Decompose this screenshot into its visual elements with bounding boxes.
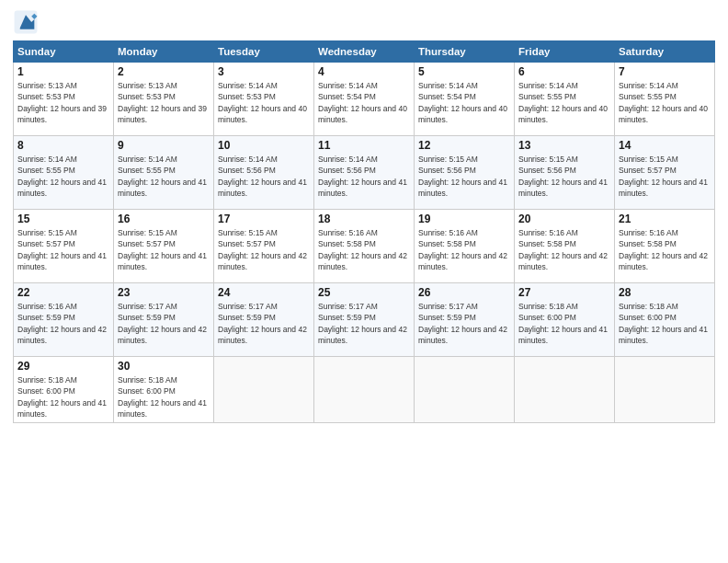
- calendar-cell: 11 Sunrise: 5:14 AM Sunset: 5:56 PM Dayl…: [314, 136, 415, 210]
- calendar-cell: 3 Sunrise: 5:14 AM Sunset: 5:53 PM Dayli…: [214, 63, 314, 136]
- day-number: 22: [17, 286, 109, 299]
- calendar-row-1: 1 Sunrise: 5:13 AM Sunset: 5:53 PM Dayli…: [14, 63, 715, 136]
- header: [13, 9, 715, 35]
- day-number: 25: [318, 286, 410, 299]
- day-number: 21: [619, 213, 711, 225]
- day-number: 10: [218, 139, 310, 152]
- calendar-cell: 1 Sunrise: 5:13 AM Sunset: 5:53 PM Dayli…: [14, 63, 114, 136]
- calendar-cell: 13 Sunrise: 5:15 AM Sunset: 5:56 PM Dayl…: [515, 136, 615, 210]
- day-info: Sunrise: 5:14 AM Sunset: 5:55 PM Dayligh…: [118, 154, 210, 199]
- calendar-cell: 4 Sunrise: 5:14 AM Sunset: 5:54 PM Dayli…: [314, 63, 415, 136]
- day-info: Sunrise: 5:15 AM Sunset: 5:57 PM Dayligh…: [118, 227, 210, 272]
- weekday-header-tuesday: Tuesday: [214, 41, 314, 63]
- day-info: Sunrise: 5:15 AM Sunset: 5:57 PM Dayligh…: [619, 154, 711, 199]
- day-number: 9: [118, 139, 210, 152]
- day-info: Sunrise: 5:16 AM Sunset: 5:58 PM Dayligh…: [619, 227, 711, 272]
- day-number: 2: [118, 65, 210, 78]
- calendar-row-4: 22 Sunrise: 5:16 AM Sunset: 5:59 PM Dayl…: [14, 283, 715, 357]
- day-number: 5: [418, 65, 510, 78]
- day-info: Sunrise: 5:13 AM Sunset: 5:53 PM Dayligh…: [17, 80, 109, 125]
- calendar-cell: 30 Sunrise: 5:18 AM Sunset: 6:00 PM Dayl…: [114, 357, 214, 423]
- page: SundayMondayTuesdayWednesdayThursdayFrid…: [0, 0, 728, 563]
- day-info: Sunrise: 5:17 AM Sunset: 5:59 PM Dayligh…: [218, 301, 310, 346]
- calendar-cell: 7 Sunrise: 5:14 AM Sunset: 5:55 PM Dayli…: [615, 63, 715, 136]
- day-info: Sunrise: 5:14 AM Sunset: 5:56 PM Dayligh…: [318, 154, 410, 199]
- day-number: 11: [318, 139, 410, 152]
- weekday-header-friday: Friday: [515, 41, 615, 63]
- calendar-table: SundayMondayTuesdayWednesdayThursdayFrid…: [13, 40, 715, 423]
- day-number: 19: [418, 213, 510, 225]
- day-info: Sunrise: 5:16 AM Sunset: 5:59 PM Dayligh…: [17, 301, 109, 346]
- calendar-cell: 17 Sunrise: 5:15 AM Sunset: 5:57 PM Dayl…: [214, 210, 314, 283]
- day-number: 12: [418, 139, 510, 152]
- day-number: 7: [619, 65, 711, 78]
- logo-icon: [13, 9, 39, 35]
- day-info: Sunrise: 5:16 AM Sunset: 5:58 PM Dayligh…: [418, 227, 510, 272]
- weekday-header-monday: Monday: [114, 41, 214, 63]
- calendar-cell: 10 Sunrise: 5:14 AM Sunset: 5:56 PM Dayl…: [214, 136, 314, 210]
- calendar-cell: 8 Sunrise: 5:14 AM Sunset: 5:55 PM Dayli…: [14, 136, 114, 210]
- weekday-header-sunday: Sunday: [14, 41, 114, 63]
- calendar-cell: 6 Sunrise: 5:14 AM Sunset: 5:55 PM Dayli…: [515, 63, 615, 136]
- day-info: Sunrise: 5:14 AM Sunset: 5:54 PM Dayligh…: [418, 80, 510, 125]
- calendar-cell: 24 Sunrise: 5:17 AM Sunset: 5:59 PM Dayl…: [214, 283, 314, 357]
- day-info: Sunrise: 5:14 AM Sunset: 5:55 PM Dayligh…: [17, 154, 109, 199]
- day-number: 6: [518, 65, 610, 78]
- day-info: Sunrise: 5:16 AM Sunset: 5:58 PM Dayligh…: [518, 227, 610, 272]
- day-number: 13: [518, 139, 610, 152]
- day-number: 8: [17, 139, 109, 152]
- day-number: 24: [218, 286, 310, 299]
- calendar-cell: 2 Sunrise: 5:13 AM Sunset: 5:53 PM Dayli…: [114, 63, 214, 136]
- day-number: 20: [518, 213, 610, 225]
- day-info: Sunrise: 5:17 AM Sunset: 5:59 PM Dayligh…: [418, 301, 510, 346]
- calendar-cell: 5 Sunrise: 5:14 AM Sunset: 5:54 PM Dayli…: [415, 63, 515, 136]
- weekday-header-row: SundayMondayTuesdayWednesdayThursdayFrid…: [14, 41, 715, 63]
- calendar-cell: 16 Sunrise: 5:15 AM Sunset: 5:57 PM Dayl…: [114, 210, 214, 283]
- day-number: 14: [619, 139, 711, 152]
- day-info: Sunrise: 5:14 AM Sunset: 5:55 PM Dayligh…: [619, 80, 711, 125]
- day-info: Sunrise: 5:16 AM Sunset: 5:58 PM Dayligh…: [318, 227, 410, 272]
- day-number: 28: [619, 286, 711, 299]
- calendar-cell: 19 Sunrise: 5:16 AM Sunset: 5:58 PM Dayl…: [415, 210, 515, 283]
- calendar-cell: 9 Sunrise: 5:14 AM Sunset: 5:55 PM Dayli…: [114, 136, 214, 210]
- day-info: Sunrise: 5:18 AM Sunset: 6:00 PM Dayligh…: [619, 301, 711, 346]
- calendar-cell: 12 Sunrise: 5:15 AM Sunset: 5:56 PM Dayl…: [415, 136, 515, 210]
- day-info: Sunrise: 5:14 AM Sunset: 5:54 PM Dayligh…: [318, 80, 410, 125]
- day-number: 27: [518, 286, 610, 299]
- day-info: Sunrise: 5:15 AM Sunset: 5:57 PM Dayligh…: [17, 227, 109, 272]
- day-number: 4: [318, 65, 410, 78]
- day-number: 30: [118, 360, 210, 373]
- day-info: Sunrise: 5:13 AM Sunset: 5:53 PM Dayligh…: [118, 80, 210, 125]
- day-info: Sunrise: 5:14 AM Sunset: 5:56 PM Dayligh…: [218, 154, 310, 199]
- calendar-row-3: 15 Sunrise: 5:15 AM Sunset: 5:57 PM Dayl…: [14, 210, 715, 283]
- day-info: Sunrise: 5:14 AM Sunset: 5:53 PM Dayligh…: [218, 80, 310, 125]
- calendar-cell: [515, 357, 615, 423]
- calendar-row-5: 29 Sunrise: 5:18 AM Sunset: 6:00 PM Dayl…: [14, 357, 715, 423]
- calendar-cell: [314, 357, 415, 423]
- day-number: 26: [418, 286, 510, 299]
- day-info: Sunrise: 5:15 AM Sunset: 5:57 PM Dayligh…: [218, 227, 310, 272]
- day-info: Sunrise: 5:15 AM Sunset: 5:56 PM Dayligh…: [418, 154, 510, 199]
- day-info: Sunrise: 5:18 AM Sunset: 6:00 PM Dayligh…: [118, 374, 210, 419]
- calendar-cell: 18 Sunrise: 5:16 AM Sunset: 5:58 PM Dayl…: [314, 210, 415, 283]
- calendar-row-2: 8 Sunrise: 5:14 AM Sunset: 5:55 PM Dayli…: [14, 136, 715, 210]
- weekday-header-thursday: Thursday: [415, 41, 515, 63]
- day-number: 15: [17, 213, 109, 225]
- day-info: Sunrise: 5:18 AM Sunset: 6:00 PM Dayligh…: [518, 301, 610, 346]
- calendar-cell: 23 Sunrise: 5:17 AM Sunset: 5:59 PM Dayl…: [114, 283, 214, 357]
- day-number: 3: [218, 65, 310, 78]
- day-info: Sunrise: 5:18 AM Sunset: 6:00 PM Dayligh…: [17, 374, 109, 419]
- day-info: Sunrise: 5:17 AM Sunset: 5:59 PM Dayligh…: [118, 301, 210, 346]
- calendar-cell: 28 Sunrise: 5:18 AM Sunset: 6:00 PM Dayl…: [615, 283, 715, 357]
- day-number: 29: [17, 360, 109, 373]
- calendar-cell: [615, 357, 715, 423]
- day-number: 1: [17, 65, 109, 78]
- calendar-cell: 26 Sunrise: 5:17 AM Sunset: 5:59 PM Dayl…: [415, 283, 515, 357]
- calendar-cell: 22 Sunrise: 5:16 AM Sunset: 5:59 PM Dayl…: [14, 283, 114, 357]
- calendar-cell: 29 Sunrise: 5:18 AM Sunset: 6:00 PM Dayl…: [14, 357, 114, 423]
- calendar-cell: [415, 357, 515, 423]
- weekday-header-wednesday: Wednesday: [314, 41, 415, 63]
- calendar-cell: 15 Sunrise: 5:15 AM Sunset: 5:57 PM Dayl…: [14, 210, 114, 283]
- day-info: Sunrise: 5:17 AM Sunset: 5:59 PM Dayligh…: [318, 301, 410, 346]
- calendar-cell: 21 Sunrise: 5:16 AM Sunset: 5:58 PM Dayl…: [615, 210, 715, 283]
